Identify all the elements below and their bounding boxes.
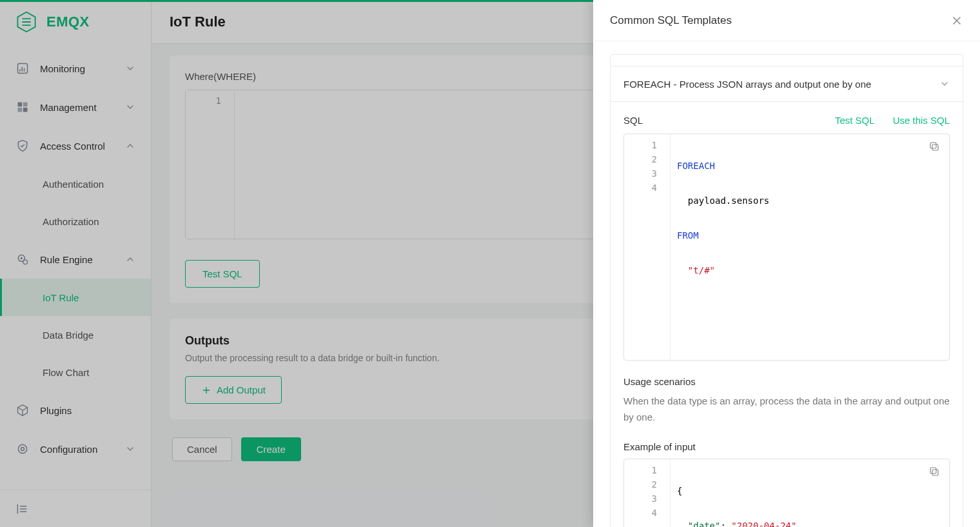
svg-point-10 (21, 448, 24, 451)
sql-gutter: 1 2 3 4 (624, 134, 671, 360)
use-this-sql-link[interactable]: Use this SQL (893, 115, 950, 126)
prev-accordion-tail (610, 54, 963, 66)
svg-rect-14 (930, 468, 936, 473)
svg-point-7 (21, 257, 23, 259)
svg-rect-5 (23, 108, 28, 112)
monitoring-icon (15, 61, 30, 75)
svg-rect-12 (930, 143, 936, 148)
nav-authentication[interactable]: Authentication (0, 165, 151, 203)
nav-label: Management (40, 102, 97, 113)
chevron-down-icon (939, 79, 950, 89)
emqx-logo-icon (15, 11, 37, 33)
close-icon[interactable] (950, 14, 963, 27)
nav-label: Rule Engine (40, 254, 93, 265)
test-sql-button[interactable]: Test SQL (185, 260, 260, 288)
nav: Monitoring Management Access Control Aut… (0, 44, 151, 490)
example-code-box: 1 2 3 4 { "date": "2020-04-24", "sensors… (623, 459, 950, 528)
nav-label: Access Control (40, 141, 105, 152)
copy-icon[interactable] (928, 466, 943, 480)
chevron-down-icon (125, 102, 135, 112)
copy-icon[interactable] (928, 141, 943, 155)
test-sql-link[interactable]: Test SQL (835, 115, 875, 126)
nav-label: Plugins (40, 405, 72, 416)
nav-plugins[interactable]: Plugins (0, 391, 151, 430)
nav-label: Authentication (43, 179, 104, 190)
svg-point-8 (23, 260, 28, 264)
sql-code: FOREACH payload.sensors FROM "t/#" (671, 134, 949, 360)
chevron-down-icon (125, 444, 135, 454)
nav-management[interactable]: Management (0, 88, 151, 126)
nav-label: Monitoring (40, 63, 85, 74)
sql-templates-drawer: Common SQL Templates FOREACH - Process J… (593, 0, 980, 527)
svg-rect-13 (932, 470, 938, 475)
drawer-title: Common SQL Templates (610, 14, 732, 27)
example-gutter: 1 2 3 4 (624, 459, 671, 528)
nav-label: Flow Chart (43, 367, 90, 378)
nav-label: Authorization (43, 216, 99, 227)
plus-icon (201, 385, 211, 395)
settings-icon (15, 442, 30, 456)
usage-scenarios-title: Usage scenarios (623, 376, 950, 387)
chevron-down-icon (125, 63, 135, 74)
drawer-header: Common SQL Templates (593, 0, 980, 41)
usage-scenarios-desc: When the data type is an array, process … (623, 393, 950, 426)
box-icon (15, 403, 30, 417)
nav-authorization[interactable]: Authorization (0, 203, 151, 240)
sidebar: EMQX Monitoring Management Access Contro… (0, 0, 152, 527)
sql-label: SQL (623, 115, 643, 126)
create-button[interactable]: Create (241, 437, 301, 461)
add-output-label: Add Output (217, 384, 266, 395)
nav-label: Configuration (40, 444, 97, 455)
add-output-button[interactable]: Add Output (185, 376, 282, 404)
shield-icon (15, 139, 30, 153)
accordion-foreach[interactable]: FOREACH - Process JSON arrays and output… (610, 66, 963, 102)
svg-point-9 (18, 444, 26, 453)
drawer-body[interactable]: FOREACH - Process JSON arrays and output… (593, 41, 980, 527)
management-icon (15, 100, 30, 114)
nav-label: Data Bridge (43, 330, 93, 341)
line-gutter: 1 (186, 90, 235, 239)
gear-icon (15, 252, 30, 266)
cancel-button[interactable]: Cancel (172, 437, 232, 461)
accordion-panel: SQL Test SQL Use this SQL 1 2 3 4 FOREAC… (610, 102, 963, 527)
svg-rect-1 (18, 64, 28, 74)
nav-rule-engine[interactable]: Rule Engine (0, 240, 151, 279)
svg-rect-4 (18, 108, 23, 112)
nav-data-bridge[interactable]: Data Bridge (0, 316, 151, 353)
page-title: IoT Rule (170, 14, 226, 30)
logo-bar: EMQX (0, 0, 151, 44)
sql-header-row: SQL Test SQL Use this SQL (623, 115, 950, 126)
nav-flow-chart[interactable]: Flow Chart (0, 353, 151, 391)
nav-access-control[interactable]: Access Control (0, 126, 151, 165)
nav-monitoring[interactable]: Monitoring (0, 49, 151, 88)
collapse-icon (15, 502, 28, 515)
nav-configuration[interactable]: Configuration (0, 430, 151, 468)
example-code: { "date": "2020-04-24", "sensors": [ { (671, 459, 949, 528)
svg-rect-2 (18, 103, 23, 107)
svg-rect-3 (23, 103, 28, 107)
chevron-up-icon (125, 141, 135, 151)
example-input-title: Example of input (623, 441, 950, 452)
accordion-title: FOREACH - Process JSON arrays and output… (623, 79, 871, 90)
svg-rect-11 (932, 144, 938, 150)
logo-text: EMQX (46, 14, 90, 30)
chevron-up-icon (125, 254, 135, 264)
nav-iot-rule[interactable]: IoT Rule (0, 279, 151, 316)
sidebar-collapse[interactable] (0, 490, 151, 527)
sql-code-box[interactable]: 1 2 3 4 FOREACH payload.sensors FROM "t/… (623, 134, 950, 361)
nav-label: IoT Rule (43, 292, 79, 303)
